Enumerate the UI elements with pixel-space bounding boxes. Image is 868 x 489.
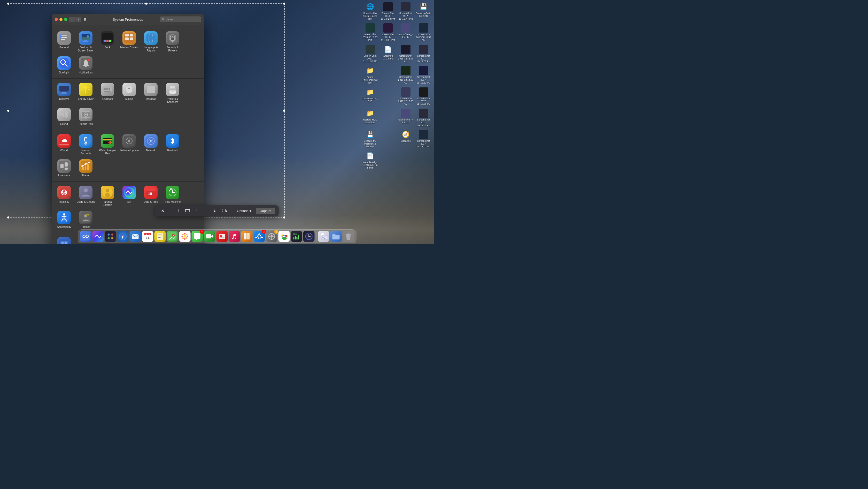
pref-internet[interactable]: @ Internet Accounts bbox=[75, 132, 97, 157]
list-item[interactable]: 📄 tearsofsteel_4k 2018-08-...9-53.txt bbox=[362, 150, 378, 170]
pref-bluetooth[interactable]: Bluetooth bbox=[162, 132, 183, 157]
pref-ntfs[interactable]: NTFS for Mac bbox=[53, 235, 75, 244]
window-forward-button[interactable]: › bbox=[75, 17, 81, 22]
pref-notifications[interactable]: Notifications bbox=[75, 54, 97, 76]
pref-startup[interactable]: Startup Disk bbox=[75, 106, 97, 128]
pref-sharing[interactable]: Sharing bbox=[75, 157, 97, 179]
pref-icloud[interactable]: iCloud bbox=[53, 132, 75, 157]
list-item[interactable]: 🧭 M4gazine bbox=[397, 129, 414, 149]
pref-general[interactable]: General bbox=[53, 29, 75, 54]
list-item[interactable]: Screen Shot 2018-12...4.36 AM bbox=[397, 65, 414, 85]
dock-item-notes[interactable] bbox=[154, 231, 166, 242]
window-minimize-button[interactable] bbox=[59, 18, 63, 21]
list-item[interactable]: Screen Shot 2018-12...6.36 AM bbox=[397, 86, 414, 107]
list-item[interactable]: Screen Shot 2017-11-...0.08 PM bbox=[415, 86, 432, 107]
dock-item-clock[interactable] bbox=[303, 231, 315, 242]
window-close-button[interactable] bbox=[55, 18, 58, 21]
dock-item-trash[interactable] bbox=[343, 231, 354, 242]
list-item[interactable] bbox=[379, 86, 396, 107]
pref-software[interactable]: Software Update bbox=[118, 132, 140, 157]
pref-printers[interactable]: Printers & Scanners bbox=[162, 81, 183, 106]
selection-handle-br[interactable] bbox=[283, 217, 285, 219]
list-item[interactable]: Screen Shot 2018-08...8.17 PM bbox=[362, 22, 378, 42]
capture-fullscreen-button[interactable] bbox=[172, 208, 181, 214]
dock-item-sysprefs[interactable]: 1 bbox=[266, 231, 277, 242]
list-item[interactable]: Screen Shot 2017-11-...9.44 PM bbox=[397, 1, 414, 21]
pref-energy[interactable]: Energy Saver bbox=[75, 81, 97, 106]
dock-item-chrome[interactable] bbox=[278, 231, 290, 242]
list-item[interactable]: Screen Shot 2017-11-...8.28 PM bbox=[379, 1, 396, 21]
dock-item-messages[interactable]: 4 bbox=[192, 231, 203, 242]
list-item[interactable] bbox=[379, 108, 396, 128]
list-item[interactable]: Screen Shot 2018-12...3.46 AM bbox=[397, 44, 414, 64]
capture-close-button[interactable]: ✕ bbox=[159, 207, 166, 214]
dock-item-news[interactable] bbox=[216, 231, 228, 242]
pref-siri[interactable]: Siri bbox=[118, 183, 140, 209]
list-item[interactable]: 🌐 Speedtest by Ookla -...peed Test bbox=[362, 1, 378, 21]
pref-desktop[interactable]: Desktop & Screen Saver bbox=[75, 29, 97, 54]
capture-button[interactable]: Capture bbox=[256, 208, 275, 214]
window-maximize-button[interactable] bbox=[64, 18, 67, 21]
list-item[interactable]: 📁 Adobe Photoshop CC Test bbox=[362, 65, 378, 85]
pref-datetime[interactable]: 19 Date & Time bbox=[140, 183, 162, 209]
list-item[interactable]: 📄 HandBrake-1.1.1.d mg bbox=[379, 44, 396, 64]
dock-item-folder[interactable] bbox=[331, 231, 342, 242]
list-item[interactable]: Screen Shot 2017-11-...0.21 PM bbox=[379, 22, 396, 42]
pref-touchid[interactable]: Touch ID bbox=[53, 183, 75, 209]
capture-screen-record-button[interactable] bbox=[209, 208, 218, 214]
list-item[interactable]: Screen Shot 2017-11-...6.52 PM bbox=[415, 65, 432, 85]
dock-item-music[interactable] bbox=[229, 231, 240, 242]
dock-item-finder[interactable] bbox=[80, 231, 91, 242]
dock-item-preview[interactable] bbox=[318, 231, 330, 242]
dock-item-siri[interactable] bbox=[92, 231, 104, 242]
pref-trackpad[interactable]: Trackpad bbox=[140, 81, 162, 106]
list-item[interactable]: Screen Shot 2017-11-...1.32 PM bbox=[362, 44, 378, 64]
selection-handle-bl[interactable] bbox=[7, 217, 9, 219]
pref-wallet[interactable]: Wallet & Apple Pay bbox=[97, 132, 118, 157]
dock-item-istat[interactable]: GPS bbox=[291, 231, 302, 242]
search-input[interactable] bbox=[160, 17, 201, 22]
list-item[interactable]: 💾 SamsungPortable SSD bbox=[415, 1, 432, 21]
pref-users[interactable]: Users & Groups bbox=[75, 183, 97, 209]
pref-network[interactable]: Network bbox=[140, 132, 162, 157]
pref-mouse[interactable]: Mouse bbox=[118, 81, 140, 106]
pref-timemachine[interactable]: Time Machine bbox=[162, 183, 183, 209]
dock-item-books[interactable] bbox=[241, 231, 253, 242]
pref-accessibility[interactable]: Accessibility bbox=[53, 209, 75, 231]
list-item[interactable]: Screen Shot 2017-11-...3.02 PM bbox=[415, 129, 432, 149]
capture-window-button[interactable] bbox=[183, 208, 192, 214]
list-item[interactable] bbox=[379, 65, 396, 85]
list-item[interactable]: 📁 CINEBENCH_R15 bbox=[362, 86, 378, 107]
list-item[interactable]: Screen Shot 2017-11-...2.52 PM bbox=[415, 44, 432, 64]
capture-selection-button[interactable] bbox=[194, 208, 203, 214]
dock-item-appstore[interactable]: 2 bbox=[254, 231, 265, 242]
selection-handle-ml[interactable] bbox=[7, 110, 9, 112]
dock-item-facetime[interactable] bbox=[204, 231, 215, 242]
list-item[interactable]: tearsofsteel_4k.m 4v bbox=[397, 22, 414, 42]
list-item[interactable]: tearsofsteel_4k.m ov bbox=[397, 108, 414, 128]
dock-item-mail[interactable] bbox=[130, 231, 141, 242]
window-grid-button[interactable]: ⊞ bbox=[82, 17, 88, 22]
pref-parental[interactable]: ! Parental Controls bbox=[97, 183, 118, 209]
dock-item-calendar[interactable]: 11 bbox=[142, 231, 153, 242]
pref-language[interactable]: Language & Region bbox=[140, 29, 162, 54]
dock-item-launchpad[interactable] bbox=[105, 231, 116, 242]
dock-item-maps[interactable] bbox=[167, 231, 178, 242]
list-item[interactable] bbox=[379, 129, 396, 149]
pref-spotlight[interactable]: Spotlight bbox=[53, 54, 75, 76]
pref-displays[interactable]: Displays bbox=[53, 81, 75, 106]
pref-extensions[interactable]: Extensions bbox=[53, 157, 75, 179]
selection-handle-tl[interactable] bbox=[7, 3, 9, 5]
dock-item-photos[interactable] bbox=[179, 231, 191, 242]
pref-profiles[interactable]: Profiles bbox=[75, 209, 97, 231]
pref-security[interactable]: Security & Privacy bbox=[162, 29, 183, 54]
options-button[interactable]: Options ▾ bbox=[235, 208, 253, 214]
list-item[interactable]: Screen Shot 2018-08...8.57 PM bbox=[415, 22, 432, 42]
list-item[interactable]: Screen Shot 2017-11-...2.50 PM bbox=[415, 108, 432, 128]
pref-keyboard[interactable]: Keyboard bbox=[97, 81, 118, 106]
pref-sound[interactable]: Sound bbox=[53, 106, 75, 128]
pref-dock[interactable]: Dock bbox=[97, 29, 118, 54]
selection-handle-tm[interactable] bbox=[145, 3, 147, 5]
pref-mission[interactable]: Mission Control bbox=[118, 29, 140, 54]
list-item[interactable]: 💾 Seagate My Passpor...e backup bbox=[362, 129, 378, 149]
